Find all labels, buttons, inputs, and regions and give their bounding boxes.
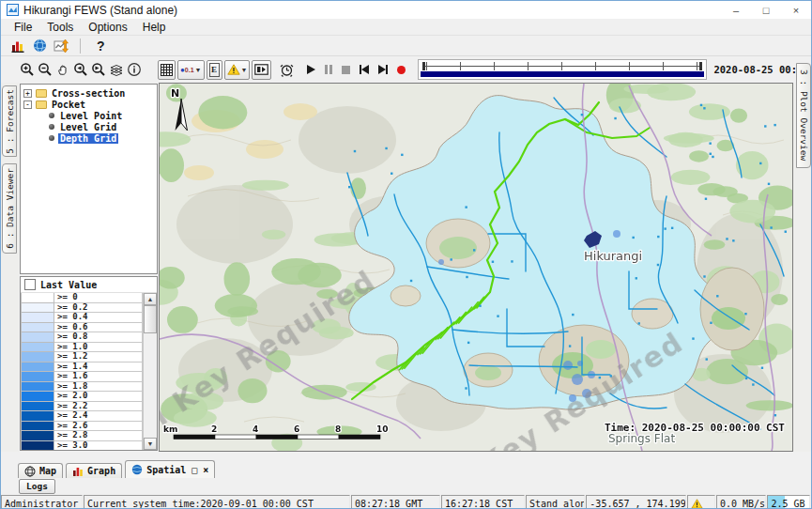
legend-class-label: >= 1.2 — [54, 352, 143, 362]
tree-expander-icon[interactable]: + — [23, 89, 32, 98]
legend-row[interactable]: >= 1.2 — [21, 352, 143, 362]
slider-handle-left[interactable] — [422, 62, 425, 70]
town-label-hikurangi: Hikurangi — [584, 249, 642, 263]
legend-row[interactable]: >= 3.0 — [21, 441, 143, 451]
logs-row: Logs — [1, 478, 811, 494]
svg-text:8: 8 — [335, 424, 341, 434]
app-logo-icon — [7, 4, 19, 16]
layer-tree[interactable]: +Cross-section-PocketLevel PointLevel Gr… — [20, 84, 158, 274]
tree-label[interactable]: Level Point — [58, 111, 124, 121]
legend-color-swatch — [21, 303, 54, 314]
pan-icon[interactable] — [55, 60, 70, 79]
time-settings-icon[interactable] — [279, 60, 295, 79]
tab-forecast[interactable]: 5 : Forecast — [2, 85, 17, 157]
status-gmt-time: 08:27:18 GMT — [351, 495, 440, 509]
tree-item-depth-grid[interactable]: Depth Grid — [21, 132, 157, 144]
tree-expander-icon[interactable]: - — [23, 100, 32, 109]
legend-row[interactable]: >= 2.0 — [21, 392, 143, 402]
help-icon[interactable]: ? — [97, 39, 105, 54]
tree-item-pocket[interactable]: -Pocket — [21, 99, 157, 110]
minimize-button[interactable]: – — [721, 1, 751, 19]
map-toolbar: ● 0.1 ▼ E ▼ 2020-08-25 00:00:00 CST — [1, 55, 811, 83]
tree-item-level-grid[interactable]: Level Grid — [21, 121, 157, 132]
tree-label[interactable]: Cross-section — [50, 88, 127, 99]
status-system-time: Current system time:2020-09-01 00:00 CST — [84, 495, 350, 509]
last-value-checkbox[interactable] — [24, 279, 36, 290]
legend-color-swatch — [21, 293, 54, 303]
close-button[interactable]: × — [781, 1, 811, 19]
toolbar-separator — [80, 39, 81, 54]
labels-icon[interactable]: E — [207, 60, 222, 80]
globe-icon[interactable] — [30, 37, 49, 55]
legend-class-label: >= 2.0 — [54, 392, 143, 402]
slider-handle-right[interactable] — [699, 62, 702, 70]
legend-row[interactable]: >= 0 — [21, 293, 143, 303]
tab-spatial[interactable]: Spatial□× — [125, 460, 215, 478]
time-slider[interactable] — [418, 59, 707, 80]
tab-close-icon[interactable]: × — [203, 465, 208, 475]
tab-plot-overview[interactable]: 3 : Plot Overview — [796, 63, 811, 168]
layers-icon[interactable] — [109, 60, 124, 79]
step-forward-icon[interactable] — [378, 65, 388, 74]
pause-icon[interactable] — [325, 65, 332, 74]
scroll-up-icon[interactable]: ▲ — [144, 293, 157, 305]
zoom-previous-icon[interactable] — [73, 60, 88, 79]
legend-class-label: >= 1.6 — [54, 372, 143, 382]
tree-item-cross-section[interactable]: +Cross-section — [21, 87, 157, 99]
chevron-down-icon: ▼ — [195, 67, 202, 73]
warning-icon — [691, 499, 703, 509]
play-icon[interactable] — [307, 65, 315, 74]
chart-columns-icon[interactable] — [8, 37, 27, 55]
animation-icon[interactable] — [252, 60, 271, 80]
tab-data-viewer[interactable]: 6 : Data Viewer — [2, 163, 17, 254]
grid-icon[interactable] — [158, 60, 176, 80]
bottom-tab-bar: MapGraphSpatial□× — [1, 461, 811, 478]
classification-icon[interactable]: ● 0.1 ▼ — [177, 60, 205, 80]
main-area: 5 : Forecast 6 : Data Viewer 3 : Plot Ov… — [1, 83, 811, 452]
step-back-icon[interactable] — [360, 65, 369, 74]
legend-color-swatch — [21, 431, 54, 441]
status-coordinates: -35.657 , 174.199 — [586, 495, 686, 509]
menu-help[interactable]: Help — [135, 21, 174, 34]
tab-label: Map — [39, 466, 56, 476]
window-title: Hikurangi FEWS (Stand alone) — [23, 4, 177, 17]
menu-tools[interactable]: Tools — [39, 21, 81, 34]
svg-text:km: km — [163, 424, 177, 434]
legend-color-swatch — [21, 411, 54, 422]
legend-row[interactable]: >= 2.4 — [21, 411, 143, 422]
tree-item-level-point[interactable]: Level Point — [21, 110, 157, 121]
status-throughput: 0.0 MB/s — [716, 495, 766, 509]
maximize-button[interactable]: □ — [751, 1, 781, 19]
bullet-icon — [49, 113, 54, 118]
record-icon[interactable] — [397, 66, 406, 74]
tree-label[interactable]: Pocket — [50, 100, 87, 110]
stop-icon[interactable] — [342, 66, 350, 74]
logs-button[interactable]: Logs — [19, 479, 55, 494]
info-icon[interactable] — [127, 60, 142, 79]
zoom-out-icon[interactable] — [38, 60, 53, 79]
timeseries-icon[interactable] — [52, 37, 70, 55]
svg-text:10: 10 — [376, 424, 389, 434]
menu-options[interactable]: Options — [81, 21, 134, 34]
chevron-down-icon: ▼ — [241, 67, 248, 73]
map-canvas[interactable]: API Key Required API Key Required Hikura… — [159, 83, 793, 452]
legend-row[interactable]: >= 0.4 — [21, 313, 143, 323]
legend-scrollbar[interactable]: ▲ ▼ — [143, 293, 157, 450]
menu-file[interactable]: File — [7, 21, 39, 34]
zoom-next-icon[interactable] — [91, 60, 106, 79]
tab-maximize-icon[interactable]: □ — [192, 465, 197, 475]
tree-label[interactable]: Level Grid — [58, 122, 118, 132]
tab-map[interactable]: Map — [18, 463, 63, 478]
zoom-in-icon[interactable] — [20, 60, 35, 79]
legend-class-list[interactable]: >= 0>= 0.2>= 0.4>= 0.6>= 0.8>= 1.0>= 1.2… — [21, 293, 143, 450]
scroll-down-icon[interactable]: ▼ — [144, 438, 157, 450]
tab-graph[interactable]: Graph — [66, 463, 122, 478]
status-user: Administrator — [1, 495, 83, 509]
legend-row[interactable]: >= 1.6 — [21, 372, 143, 382]
tab-label: Graph — [87, 466, 115, 476]
legend-row[interactable]: >= 2.8 — [21, 431, 143, 441]
legend-row[interactable]: >= 0.8 — [21, 332, 143, 343]
scroll-thumb[interactable] — [144, 305, 157, 333]
tree-label[interactable]: Depth Grid — [58, 133, 118, 144]
warning-icon[interactable]: ▼ — [224, 60, 251, 80]
